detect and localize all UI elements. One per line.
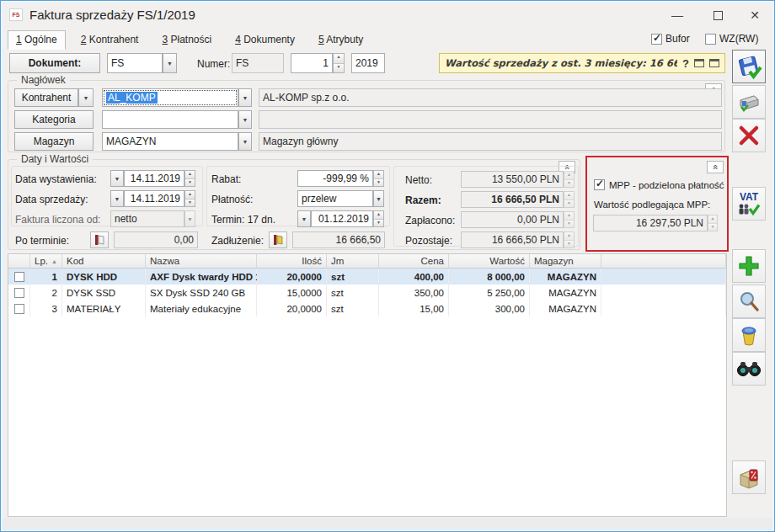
banner-maximize-icon[interactable] <box>709 59 719 67</box>
delete-item-button[interactable] <box>732 318 766 352</box>
cancel-button[interactable] <box>732 119 766 152</box>
header-cena[interactable]: Cena <box>379 254 449 269</box>
dokument-type-combo[interactable]: FS <box>107 53 163 73</box>
mpp-collapse-button[interactable]: « <box>707 161 724 173</box>
dokument-type-combo-arrow-icon[interactable]: ▼ <box>163 53 177 73</box>
bufor-checkbox-box[interactable] <box>651 34 662 45</box>
header-magazyn[interactable]: Magazyn <box>530 254 601 269</box>
tab-kontrahent[interactable]: 2 Kontrahent <box>72 30 147 50</box>
cell-wartosc: 5 250,00 <box>449 285 530 301</box>
rabat-field[interactable]: -999,99 % <box>297 170 373 187</box>
red-x-icon <box>737 124 761 147</box>
numer-value-field[interactable]: 1 <box>291 53 333 73</box>
header-lp[interactable]: Lp.▲ <box>30 254 62 269</box>
magazyn-button[interactable]: Magazyn <box>14 132 94 151</box>
termin-calendar-arrow-icon[interactable]: ▼ <box>297 210 311 227</box>
magazyn-combo-arrow-icon[interactable]: ▼ <box>238 132 252 151</box>
mpp-highlight-panel: « MPP - podzielona płatność Wartość podl… <box>585 156 729 252</box>
mpp-checkbox[interactable]: MPP - podzielona płatność <box>594 179 724 190</box>
netto-label: Netto: <box>405 174 432 186</box>
kategoria-button[interactable]: Kategoria <box>14 110 94 129</box>
dokument-button[interactable]: Dokument: <box>9 53 100 73</box>
header-wartosc[interactable]: Wartość <box>449 254 530 269</box>
cell-jm: szt <box>327 285 379 301</box>
window-fs-icon[interactable]: FS <box>9 8 23 21</box>
rabat-spinner[interactable]: ▲▼ <box>373 170 384 187</box>
numer-prefix-field: FS <box>232 53 284 73</box>
row-checkbox[interactable] <box>14 304 24 314</box>
termin-spinner[interactable]: ▲▼ <box>373 210 384 227</box>
kontrahent-button[interactable]: Kontrahent <box>14 88 78 107</box>
edit-item-button[interactable] <box>732 285 766 318</box>
data-wystawienia-field[interactable]: 14.11.2019 <box>124 170 184 187</box>
header-kod[interactable]: Kod <box>62 254 146 269</box>
header-jm[interactable]: Jm <box>327 254 379 269</box>
data-sprzedazy-field[interactable]: 14.11.2019 <box>124 190 184 207</box>
mpp-value-spinner: ▲▼ <box>708 215 718 231</box>
cell-filler <box>601 269 726 285</box>
header-ilosc[interactable]: Ilość <box>257 254 327 269</box>
row-checkbox[interactable] <box>14 288 24 298</box>
tab-dokumenty[interactable]: 4 Dokumenty <box>227 30 303 50</box>
data-wystawienia-spinner[interactable]: ▲▼ <box>184 170 195 187</box>
cell-cena: 15,00 <box>379 301 449 317</box>
data-wystawienia-calendar-arrow-icon[interactable]: ▼ <box>110 170 124 187</box>
maximize-button[interactable] <box>705 4 730 26</box>
data-sprzedazy-calendar-arrow-icon[interactable]: ▼ <box>110 190 124 207</box>
po-terminie-ledger-icon[interactable] <box>90 231 109 248</box>
cell-kod: DYSK HDD <box>62 269 146 285</box>
bufor-checkbox[interactable]: Bufor <box>651 33 690 45</box>
fiscal-print-button[interactable] <box>732 85 766 119</box>
termin-label: Termin: 17 dn. <box>211 214 275 226</box>
banner-help-icon[interactable]: ? <box>682 57 689 70</box>
kategoria-combo[interactable] <box>102 110 238 129</box>
rabat-label: Rabat: <box>211 173 241 185</box>
find-item-button[interactable] <box>732 352 766 386</box>
wz-checkbox[interactable]: WZ(RW) <box>705 33 758 45</box>
header-nazwa[interactable]: Nazwa <box>146 254 257 269</box>
kontrahent-combo-arrow-icon[interactable]: ▼ <box>238 88 252 107</box>
header-select-column <box>8 254 30 269</box>
tab-platnosci[interactable]: 3 Płatności <box>153 30 220 50</box>
razem-field: 16 666,50 PLN <box>461 191 564 208</box>
kontrahent-code-combo[interactable]: AL_KOMP <box>102 88 238 107</box>
trash-bucket-icon <box>737 323 761 347</box>
kontrahent-button-arrow-icon[interactable]: ▼ <box>78 88 94 107</box>
vat-register-button[interactable]: VAT <box>732 187 766 221</box>
magazyn-combo[interactable]: MAGAZYN <box>102 132 238 151</box>
wz-label: WZ(RW) <box>719 33 758 45</box>
kontrahent-code-value: AL_KOMP <box>106 92 158 104</box>
numer-spinner[interactable]: ▲▼ <box>333 53 345 73</box>
save-button[interactable] <box>732 50 766 83</box>
zadluzenie-ledger-icon[interactable] <box>269 231 287 248</box>
table-row[interactable]: 1 DYSK HDD AXF Dysk twardy HDD 1TB 20,00… <box>8 269 726 285</box>
tab-atrybuty[interactable]: 5 Atrybuty <box>310 30 371 50</box>
floppy-check-icon <box>735 53 762 80</box>
kategoria-combo-arrow-icon[interactable]: ▼ <box>238 110 252 129</box>
table-row[interactable]: 2 DYSK SSD SX Dysk SSD 240 GB 15,0000 sz… <box>8 285 726 301</box>
wz-checkbox-box[interactable] <box>705 34 716 45</box>
cell-ilosc: 15,0000 <box>257 285 327 301</box>
header-filler <box>601 254 726 269</box>
table-row[interactable]: 3 MATERIAŁY Materiały edukacyjne 20,0000… <box>8 301 726 317</box>
numer-year-field[interactable]: 2019 <box>351 53 385 73</box>
tab-ogolne[interactable]: 1 Ogólne <box>8 30 66 50</box>
discounts-button[interactable] <box>732 460 766 494</box>
kontrahent-name-field: AL-KOMP sp.z o.o. <box>259 88 722 107</box>
add-item-button[interactable] <box>732 249 766 283</box>
cell-jm: szt <box>327 301 379 317</box>
faktura-liczona-combo: netto <box>110 210 184 227</box>
platnosc-combo-arrow-icon[interactable]: ▼ <box>373 190 384 207</box>
row-checkbox[interactable] <box>14 272 24 282</box>
minimize-button[interactable]: — <box>665 4 690 26</box>
data-sprzedazy-spinner[interactable]: ▲▼ <box>184 190 195 207</box>
mpp-checkbox-box[interactable] <box>594 179 605 190</box>
cell-filler <box>601 301 726 317</box>
magnifier-icon <box>737 290 761 313</box>
package-tag-icon <box>736 465 762 490</box>
banner-restore-icon[interactable] <box>694 59 704 67</box>
platnosc-combo[interactable]: przelew <box>297 190 373 207</box>
close-button[interactable]: ✕ <box>742 4 767 26</box>
termin-date-field[interactable]: 01.12.2019 <box>311 210 373 227</box>
sort-asc-icon: ▲ <box>51 258 57 264</box>
